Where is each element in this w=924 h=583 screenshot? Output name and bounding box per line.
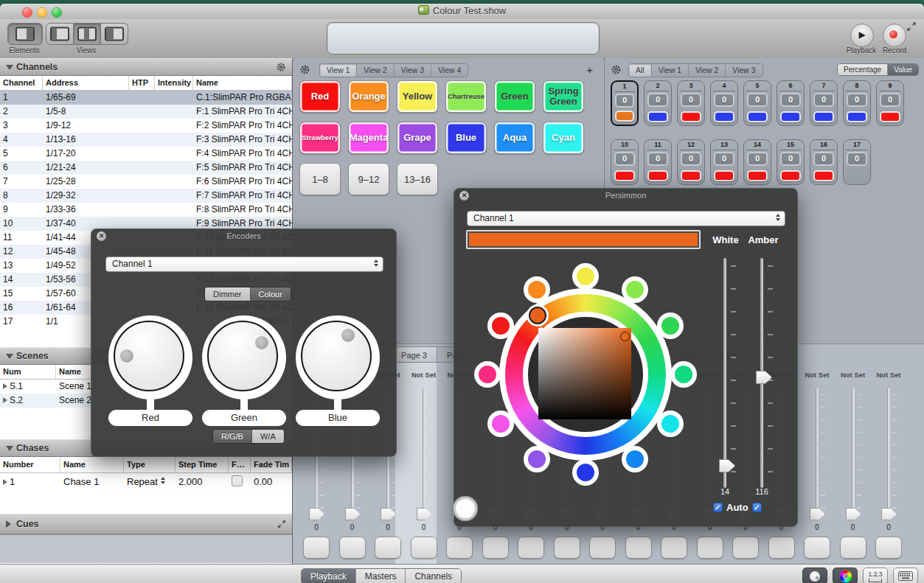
amber-auto-checkbox[interactable]: ✓ (752, 503, 762, 512)
wheel-color-dot[interactable] (572, 459, 599, 486)
channel-table-row[interactable]: 9 1/33-36 F:8 SlimPAR Pro Tri 4CH (0, 203, 292, 217)
channel-table-row[interactable]: 6 1/21-24 F:5 SlimPAR Pro Tri 4CH (0, 161, 292, 175)
color-picker-toggle-button[interactable] (833, 568, 858, 583)
grid-view-tab[interactable]: View 1 (652, 64, 689, 77)
channel-button[interactable]: 5 0 (743, 80, 771, 126)
flash-button[interactable] (804, 537, 830, 559)
channel-table-row[interactable]: 3 1/9-12 F:2 SlimPAR Pro Tri 4CH (0, 119, 292, 133)
channel-button[interactable]: 2 0 (644, 80, 672, 126)
playback-button[interactable]: ▶ (850, 24, 874, 47)
view-tab[interactable]: View 4 (431, 64, 468, 77)
grid-view-tab[interactable]: View 2 (689, 64, 726, 77)
bottom-mode-tab[interactable]: Channels (406, 569, 461, 583)
fader-thumb[interactable] (881, 508, 897, 520)
persimmon-window[interactable]: ✕ Persimmon Channel 1 White Amber 14 116… (454, 188, 798, 527)
expand-icon[interactable] (277, 520, 286, 528)
persimmon-channel-select[interactable]: Channel 1 (467, 211, 785, 226)
flash-button[interactable] (518, 537, 544, 559)
view-tab[interactable]: View 3 (395, 64, 431, 77)
fader-thumb[interactable] (345, 508, 361, 520)
flash-button[interactable] (625, 537, 652, 559)
bottom-mode-tab[interactable]: Playback (302, 569, 356, 583)
channel-button[interactable]: 10 0 (611, 139, 639, 185)
channel-table-row[interactable]: 1 1/65-69 C.1:SlimPAR Pro RGBA… (0, 91, 292, 105)
white-auto-checkbox[interactable]: ✓ (713, 503, 723, 512)
disclosure-triangle-icon[interactable] (3, 479, 7, 485)
channel-button[interactable]: 7 0 (810, 80, 838, 126)
column-header-num[interactable]: Num (0, 365, 56, 379)
fader-thumb[interactable] (846, 508, 861, 520)
color-button[interactable]: Blue (445, 122, 487, 154)
view-layout-3-button[interactable] (101, 23, 128, 45)
column-header-intensity[interactable]: Intensity (155, 76, 193, 90)
gear-icon[interactable] (299, 64, 310, 75)
grid-view-tab[interactable]: All (629, 64, 652, 77)
channel-group-button[interactable]: 9–12 (348, 163, 389, 195)
fader-track[interactable] (887, 388, 890, 516)
column-header-htp[interactable]: HTP (129, 76, 155, 90)
disclosure-triangle-icon[interactable] (3, 397, 7, 403)
flash-button[interactable] (697, 537, 723, 559)
view-tab[interactable]: View 1 (320, 64, 357, 77)
disclosure-triangle-icon[interactable] (6, 520, 11, 528)
flash-button[interactable] (661, 537, 687, 559)
page-tab[interactable]: Page 3 (391, 346, 437, 363)
view-tab[interactable]: View 2 (357, 64, 394, 77)
knob-face[interactable] (114, 321, 184, 391)
channel-table-row[interactable]: 7 1/25-28 F:6 SlimPAR Pro Tri 4CH (0, 175, 292, 189)
encoder-knob[interactable]: Red (108, 315, 192, 447)
encoder-group-tab[interactable]: R/G/B (213, 430, 252, 443)
color-button[interactable]: Grape (397, 122, 438, 154)
cues-panel-header[interactable]: Cues (0, 514, 292, 534)
color-button[interactable]: Green (494, 80, 535, 113)
column-header-channel[interactable]: Channel (0, 76, 43, 90)
keyboard-button[interactable] (893, 568, 918, 583)
column-header-address[interactable]: Address (43, 76, 129, 90)
channel-table-row[interactable]: 2 1/5-8 F:1 SlimPAR Pro Tri 4CH (0, 105, 292, 119)
fader-thumb[interactable] (417, 508, 432, 520)
flash-button[interactable] (482, 537, 509, 559)
channel-button[interactable]: 13 0 (710, 139, 738, 185)
channel-button[interactable]: 6 0 (777, 80, 805, 126)
gear-icon[interactable] (611, 64, 622, 75)
color-button[interactable]: Cyan (543, 122, 584, 154)
flash-button[interactable] (339, 537, 366, 559)
fader-track[interactable] (423, 388, 425, 516)
preset-swatch-button[interactable] (454, 497, 477, 520)
fader-thumb[interactable] (381, 508, 396, 520)
encoder-mode-tab[interactable]: Colour (251, 287, 291, 301)
numeric-keypad-button[interactable]: 1.2.3 (863, 568, 888, 583)
white-slider-track[interactable] (723, 258, 726, 488)
elements-toggle-button[interactable] (7, 23, 43, 45)
encoder-knob[interactable]: Blue (296, 315, 380, 447)
column-header-name[interactable]: Name (193, 76, 292, 90)
channel-button[interactable]: 12 0 (677, 139, 705, 185)
encoders-toggle-button[interactable] (802, 568, 827, 583)
color-button[interactable]: Aqua (494, 122, 535, 154)
channel-button[interactable]: 4 0 (710, 80, 738, 126)
color-button[interactable]: Yellow (397, 80, 438, 113)
wheel-color-dot[interactable] (474, 361, 501, 388)
sv-selection-cursor[interactable] (620, 332, 630, 341)
title-bar[interactable]: Colour Test.show (0, 4, 924, 20)
color-button[interactable]: Strawberry (299, 122, 341, 154)
channel-button[interactable]: 8 0 (843, 80, 871, 126)
encoder-knob[interactable]: Green (202, 315, 286, 447)
type-stepper-icon[interactable] (161, 477, 165, 484)
encoder-group-tab[interactable]: W/A (252, 430, 284, 443)
color-wheel[interactable] (474, 263, 697, 486)
display-mode-option[interactable]: Percentage (838, 64, 888, 75)
channel-group-button[interactable]: 13–16 (397, 163, 438, 195)
hue-selection-dot[interactable] (529, 307, 546, 324)
flash-button[interactable] (768, 537, 795, 559)
channels-table-header[interactable]: Channel Address HTP Intensity Name (0, 76, 292, 91)
color-button[interactable]: Chartreuse (445, 80, 487, 113)
flash-button[interactable] (840, 537, 866, 559)
view-layout-1-button[interactable] (46, 23, 74, 45)
bottom-mode-tab[interactable]: Masters (356, 569, 406, 583)
color-button[interactable]: Orange (348, 80, 389, 113)
disclosure-triangle-icon[interactable] (3, 383, 7, 389)
fader-thumb[interactable] (810, 508, 825, 520)
channel-button[interactable]: 3 0 (677, 80, 705, 126)
chase-row[interactable]: 1 Chase 1 Repeat 2.000 0.00 (0, 473, 292, 490)
